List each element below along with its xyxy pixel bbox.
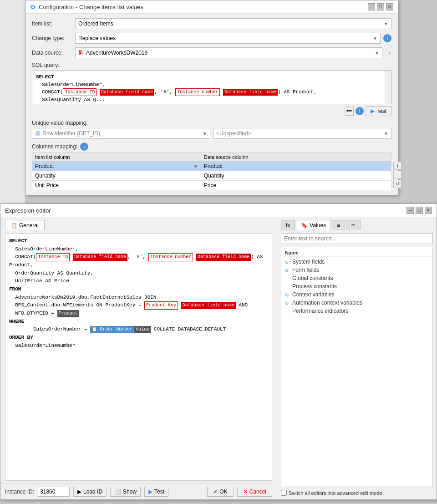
columns-mapping-section: Columns mapping: i Item list column Data… xyxy=(32,143,391,190)
data-source-value: AdventureWorksDW2019 xyxy=(86,50,147,56)
data-source-row: Data source: 🗄 AdventureWorksDW2019 ▼ → xyxy=(32,47,391,58)
sql-unit-price: UnitPrice AS Price xyxy=(9,277,268,285)
tab-general-icon: 📋 xyxy=(11,223,17,229)
expr-editor-area[interactable]: SELECT SalesOrderLineNumber, CONCAT(Inst… xyxy=(5,233,272,481)
tab-grid1[interactable]: ≡ xyxy=(332,220,345,230)
tab-fx[interactable]: fx xyxy=(281,220,295,230)
test-button[interactable]: ▶ Test xyxy=(366,106,391,116)
sql-line4: SalesQuantity AS Q... xyxy=(36,96,387,104)
table-row[interactable]: Product ▼ Product xyxy=(32,162,391,171)
tree-item-global-constants[interactable]: Global constants xyxy=(283,274,431,282)
maximize-button[interactable]: □ xyxy=(377,3,384,10)
at-icon: @ xyxy=(35,130,41,137)
sql-query-label: SQL query: xyxy=(32,62,391,68)
ok-label: OK xyxy=(219,489,227,495)
cancel-x-icon: ✕ xyxy=(243,489,248,495)
test-label2: Test xyxy=(154,489,164,495)
tab-fx-label: fx xyxy=(286,222,290,229)
config-window-controls: ─ □ ✕ xyxy=(368,3,393,10)
expr-title: Expression editor xyxy=(5,207,51,214)
tab-values[interactable]: 🔖 Values xyxy=(296,220,331,230)
columns-mapping-label: Columns mapping: xyxy=(32,143,77,150)
sql-line3: CONCAT(Instance ID Database field name, … xyxy=(36,88,387,96)
columns-action-buttons: + − ↺ xyxy=(393,162,401,188)
item-list-dropdown[interactable]: Ordered Items ▼ xyxy=(75,18,391,29)
data-source-control: 🗄 AdventureWorksDW2019 ▼ → xyxy=(75,47,391,58)
sql-query-section: SQL query: SELECT SalesOrderLineNumber, … xyxy=(32,62,391,116)
tree-item-context-variables[interactable]: ⊕ Context variables xyxy=(283,290,431,299)
tree-item-system-fields[interactable]: ⊖ System fields xyxy=(283,258,431,266)
config-icon: ⚙ xyxy=(30,3,36,10)
expr-tabs: 📋 General xyxy=(0,217,277,230)
instance-id-label: Instance ID: xyxy=(5,489,34,495)
columns-mapping-header: Columns mapping: i xyxy=(32,143,391,151)
ok-check-icon: ✔ xyxy=(213,489,218,495)
sql-query-box[interactable]: SELECT SalesOrderLineNumber, CONCAT(Inst… xyxy=(32,70,391,104)
expr-titlebar: Expression editor ─ □ ✕ xyxy=(0,204,437,217)
sql-scrollbar[interactable] xyxy=(385,71,391,104)
tree-item-performance[interactable]: Performance indicators xyxy=(283,307,431,315)
ok-button[interactable]: ✔ OK xyxy=(207,487,233,497)
show-button[interactable]: ⬜ Show xyxy=(110,487,141,497)
test-play-icon2: ▶ xyxy=(148,489,152,495)
close-button[interactable]: ✕ xyxy=(386,3,393,10)
minimize-button[interactable]: ─ xyxy=(368,3,375,10)
expr-tree: Name ⊖ System fields ⊖ Form fields Globa… xyxy=(281,247,433,486)
advanced-mode-checkbox[interactable] xyxy=(281,490,287,496)
table-row[interactable]: Unit Price Price xyxy=(32,181,391,190)
change-type-info-icon[interactable]: i xyxy=(383,34,391,42)
remove-column-button[interactable]: − xyxy=(393,171,401,179)
instance-id-input[interactable] xyxy=(38,487,70,497)
data-source-dropdown[interactable]: 🗄 AdventureWorksDW2019 ▼ xyxy=(75,47,382,58)
ellipsis-button[interactable]: ••• xyxy=(345,107,354,116)
change-type-row: Change type: Replace values ▼ i xyxy=(32,33,391,44)
data-source-label: Data source: xyxy=(32,50,75,56)
item-list-control: Ordered Items ▼ xyxy=(75,18,391,29)
change-type-control: Replace values ▼ i xyxy=(75,33,391,44)
cancel-button[interactable]: ✕ Cancel xyxy=(237,487,272,497)
unspecified-value: <Unspecified> xyxy=(216,130,251,137)
sql-product: Product, xyxy=(9,261,268,270)
sql-order-by-field: SalesOrderLineNumber xyxy=(9,342,268,350)
sql-info-icon[interactable]: i xyxy=(356,107,364,115)
show-label: Show xyxy=(123,489,137,495)
table-row[interactable]: Qunatity Quantity xyxy=(32,171,391,181)
change-type-value: Replace values xyxy=(78,35,116,41)
search-input[interactable] xyxy=(281,233,433,244)
switch-advanced-label[interactable]: Switch all editors into advanced edit mo… xyxy=(281,490,382,496)
refresh-column-button[interactable]: ↺ xyxy=(393,180,401,188)
test-button-footer[interactable]: ▶ Test xyxy=(144,487,168,497)
load-id-button[interactable]: ▶ Load ID xyxy=(73,487,107,497)
columns-table-body: Product ▼ Product Qunatity Quantity Unit… xyxy=(32,162,391,190)
tab-grid2[interactable]: ≣ xyxy=(346,220,361,230)
tree-item-process-constants[interactable]: Process constants xyxy=(283,282,431,290)
system-fields-label: System fields xyxy=(292,259,325,265)
row-identifier-dropdown[interactable]: @ Row identifier (DET_ID) ▼ xyxy=(32,128,210,139)
tab-grid2-icon: ≣ xyxy=(351,222,356,229)
add-column-button[interactable]: + xyxy=(393,162,401,170)
expand-automation-icon: ⊖ xyxy=(285,300,290,305)
sql-line2: SalesOrderLineNumber, xyxy=(36,81,387,89)
col-item-quantity: Qunatity xyxy=(32,171,201,181)
sql-line1: SELECT xyxy=(36,73,387,81)
unspecified-dropdown[interactable]: <Unspecified> ▼ xyxy=(213,128,391,139)
item-list-value: Ordered Items xyxy=(78,20,113,27)
tab-general[interactable]: 📋 General xyxy=(5,220,45,230)
tab-values-label: Values xyxy=(310,222,326,229)
columns-table-container: Item list column Data source column Prod… xyxy=(32,153,391,190)
change-type-dropdown[interactable]: Replace values ▼ xyxy=(75,33,381,44)
unique-mapping-row: @ Row identifier (DET_ID) ▼ <Unspecified… xyxy=(32,128,391,139)
config-title: Configuration - Change items list values xyxy=(39,4,143,10)
product-label: Product xyxy=(35,163,54,169)
load-id-icon: ▶ xyxy=(77,489,81,495)
expr-window-controls: ─ □ ✕ xyxy=(407,207,432,214)
expr-minimize-button[interactable]: ─ xyxy=(407,207,414,214)
unique-mapping-label: Unique value mapping: xyxy=(32,120,391,126)
tree-item-form-fields[interactable]: ⊖ Form fields xyxy=(283,266,431,274)
expr-close-button[interactable]: ✕ xyxy=(425,207,432,214)
config-window: ⚙ Configuration - Change items list valu… xyxy=(25,0,398,195)
col-data-price: Price xyxy=(201,181,391,190)
tree-item-automation-context[interactable]: ⊖ Automation context variables xyxy=(283,299,431,307)
expr-maximize-button[interactable]: □ xyxy=(416,207,423,214)
columns-info-icon[interactable]: i xyxy=(80,143,88,151)
